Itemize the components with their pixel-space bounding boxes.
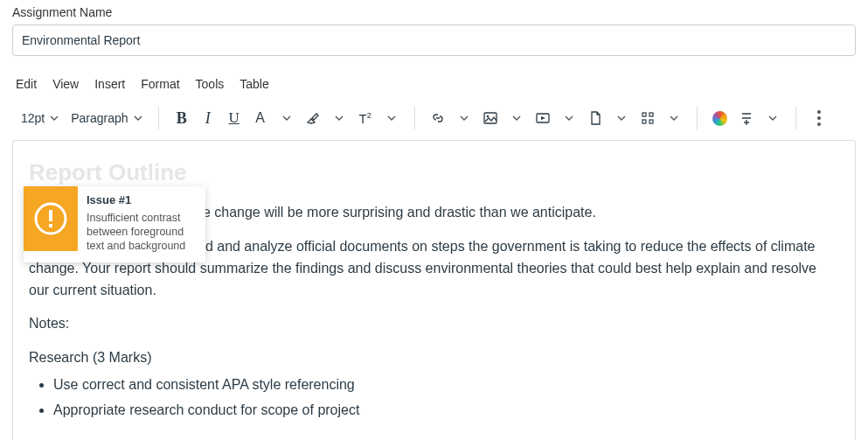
- image-icon: [483, 110, 498, 126]
- accessibility-issue-text: Issue #1 Insufficient contrast between f…: [78, 186, 205, 262]
- chevron-down-icon: [134, 115, 142, 121]
- rich-text-editor: Edit View Insert Format Tools Table 12pt…: [12, 77, 856, 440]
- link-button[interactable]: [426, 106, 450, 130]
- svg-rect-9: [49, 224, 52, 227]
- highlight-menu[interactable]: [327, 106, 351, 130]
- equation-menu[interactable]: [760, 106, 785, 130]
- assignment-name-label: Assignment Name: [12, 5, 856, 19]
- font-size-select[interactable]: 12pt: [16, 105, 64, 131]
- media-menu[interactable]: [557, 106, 581, 130]
- font-size-value: 12pt: [21, 111, 45, 125]
- editor-content-area[interactable]: Issue #1 Insufficient contrast between f…: [12, 140, 856, 440]
- toolbar-separator: [158, 107, 159, 129]
- list-item: Use correct and consistent APA style ref…: [53, 374, 839, 396]
- text-color-menu[interactable]: [274, 106, 299, 130]
- equation-button[interactable]: [734, 106, 759, 130]
- svg-rect-8: [49, 210, 52, 221]
- media-icon: [535, 110, 551, 126]
- document-menu[interactable]: [609, 106, 634, 130]
- menu-insert[interactable]: Insert: [94, 77, 125, 91]
- menu-table[interactable]: Table: [240, 77, 268, 91]
- apps-menu[interactable]: [662, 106, 686, 130]
- link-menu[interactable]: [452, 106, 476, 130]
- accessibility-issue-title: Issue #1: [87, 193, 197, 208]
- more-options-button[interactable]: [807, 106, 831, 130]
- content-research: Research (3 Marks): [29, 347, 839, 369]
- svg-rect-6: [649, 120, 653, 123]
- superscript-button[interactable]: T2: [353, 106, 378, 130]
- editor-menubar: Edit View Insert Format Tools Table: [12, 77, 856, 100]
- toolbar-separator: [795, 107, 796, 129]
- link-icon: [430, 110, 446, 126]
- document-button[interactable]: [583, 106, 608, 130]
- toolbar-separator: [414, 107, 415, 129]
- media-button[interactable]: [531, 106, 555, 130]
- image-menu[interactable]: [504, 106, 529, 130]
- content-notes: Notes:: [29, 313, 839, 335]
- svg-rect-4: [649, 113, 653, 116]
- accessibility-issue-popup[interactable]: Issue #1 Insufficient contrast between f…: [24, 186, 205, 262]
- menu-format[interactable]: Format: [141, 77, 179, 91]
- underline-button[interactable]: U: [222, 106, 247, 130]
- menu-tools[interactable]: Tools: [196, 77, 225, 91]
- list-item: Appropriate research conduct for scope o…: [53, 400, 839, 422]
- highlighter-icon: [305, 110, 321, 126]
- image-button[interactable]: [478, 106, 503, 130]
- content-heading: Report Outline: [29, 155, 839, 190]
- menu-view[interactable]: View: [52, 77, 79, 91]
- accessibility-issue-body: Insufficient contrast between foreground…: [87, 211, 197, 254]
- svg-rect-3: [642, 113, 646, 116]
- text-color-button[interactable]: A: [248, 106, 273, 130]
- editor-toolbar: 12pt Paragraph B I U A T2: [12, 100, 856, 140]
- paragraph-style-value: Paragraph: [71, 111, 128, 125]
- italic-button[interactable]: I: [196, 106, 220, 130]
- highlight-button[interactable]: [301, 106, 325, 130]
- rainbow-circle-icon: [712, 111, 727, 126]
- equation-icon: [739, 110, 754, 126]
- warning-icon: [24, 186, 78, 251]
- toolbar-separator: [697, 107, 698, 129]
- paragraph-style-select[interactable]: Paragraph: [66, 105, 147, 131]
- assignment-name-input[interactable]: [12, 24, 856, 56]
- chevron-down-icon: [50, 115, 59, 121]
- svg-point-1: [486, 115, 489, 118]
- menu-edit[interactable]: Edit: [16, 77, 37, 91]
- external-tool-button[interactable]: [708, 106, 733, 130]
- superscript-menu[interactable]: [379, 106, 404, 130]
- apps-button[interactable]: [635, 106, 660, 130]
- document-icon: [587, 110, 603, 126]
- bold-button[interactable]: B: [170, 106, 194, 130]
- apps-icon: [640, 110, 656, 126]
- svg-rect-5: [642, 120, 646, 123]
- content-bullet-list: Use correct and consistent APA style ref…: [29, 374, 839, 422]
